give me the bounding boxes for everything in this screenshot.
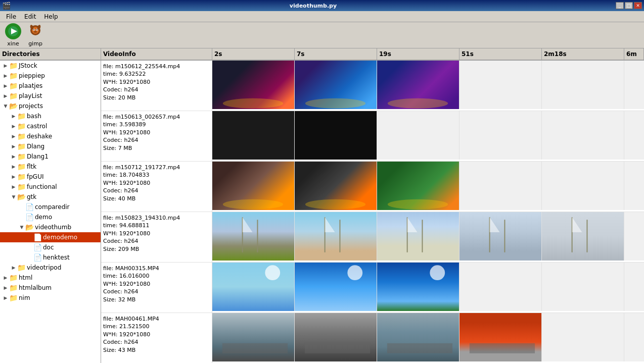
sidebar-item-playlist[interactable]: ▶📁playList [0,91,101,101]
expand-btn-gtk[interactable]: ▼ [10,193,17,200]
window-controls: _ □ ✕ [616,2,642,9]
menu-edit[interactable]: Edit [20,12,40,21]
sidebar-item-bash[interactable]: ▶📁bash [0,111,101,121]
tree-icon-comparedir: 📄 [25,203,34,211]
col-header-51s[interactable]: 51s [459,48,542,60]
expand-btn-nim[interactable]: ▶ [2,294,9,301]
thumb-cell-1-3 [459,111,542,160]
video-row-1[interactable]: file: m150613_002657.mp4time: 3.598389W*… [101,111,644,162]
expand-btn-htmlalbum[interactable]: ▶ [2,284,9,291]
sidebar-item-deshake[interactable]: ▶📁deshake [0,131,101,141]
sidebar-item-plaatjes[interactable]: ▶📁plaatjes [0,81,101,91]
sidebar-item-projects[interactable]: ▼📂projects [0,101,101,111]
thumb-cell-4-4 [542,263,624,311]
expand-btn-pieppiep[interactable]: ▶ [2,72,9,79]
thumb-cell-1-2 [377,111,459,160]
col-header-6m[interactable]: 6m [624,48,644,60]
thumb-cell-3-0 [212,212,295,261]
sidebar-item-dlang[interactable]: ▶📁Dlang [0,141,101,151]
col-header-videoinfo[interactable]: VideoInfo [101,48,212,60]
video-size-5: Size: 43 MB [103,346,210,354]
col-header-7s[interactable]: 7s [295,48,377,60]
expand-btn-html[interactable]: ▶ [2,274,9,281]
thumb-cell-0-1 [295,61,377,109]
thumb-cell-3-4 [542,212,624,261]
video-row-4[interactable]: file: MAH00315.MP4time: 16.016000W*H: 19… [101,263,644,313]
sidebar-item-fltk[interactable]: ▶📁fltk [0,162,101,172]
expand-btn-dlang1[interactable]: ▶ [10,153,17,160]
sidebar-item-html[interactable]: ▶📁html [0,273,101,283]
video-row-2[interactable]: file: m150712_191727.mp4time: 18.704833W… [101,162,644,212]
expand-btn-castrol[interactable]: ▶ [10,123,17,130]
thumb-cell-1-1 [295,111,377,160]
col-header-19s[interactable]: 19s [377,48,459,60]
sidebar-item-doc[interactable]: 📄doc [0,242,101,252]
svg-point-20 [305,199,365,210]
sidebar-item-castrol[interactable]: ▶📁castrol [0,121,101,131]
expand-btn-fltk[interactable]: ▶ [10,163,17,170]
svg-marker-34 [490,217,500,232]
expand-btn-demodemo[interactable] [26,234,33,241]
expand-btn-plaatjes[interactable]: ▶ [2,82,9,89]
expand-btn-playlist[interactable]: ▶ [2,92,9,99]
expand-btn-doc[interactable] [26,244,33,251]
expand-btn-bash[interactable]: ▶ [10,113,17,120]
expand-btn-henktest[interactable] [26,254,33,261]
expand-btn-jstock[interactable]: ▶ [2,62,9,69]
thumb-cell-1-0 [212,111,295,160]
tree-icon-demo: 📄 [25,213,34,221]
menu-file[interactable]: File [2,12,20,21]
video-file-3: file: m150823_194310.mp4 [103,214,210,222]
video-time-4: time: 16.016000 [103,272,210,280]
thumb-cell-4-5 [624,263,644,311]
expand-btn-functional[interactable]: ▶ [10,183,17,190]
tree-label-fpgui: fpGUI [27,173,43,180]
sidebar-item-gtk[interactable]: ▼📂gtk [0,192,101,202]
expand-btn-fpgui[interactable]: ▶ [10,173,17,180]
sidebar-item-demo[interactable]: 📄demo [0,212,101,222]
video-row-0[interactable]: file: m150612_225544.mp4time: 9.632522W*… [101,61,644,111]
col-header-2s[interactable]: 2s [212,48,295,60]
tree-icon-playlist: 📁 [9,92,18,100]
xine-button[interactable]: xine [4,22,22,48]
video-file-2: file: m150712_191727.mp4 [103,164,210,171]
sidebar-item-videotripod[interactable]: ▶📁videotripod [0,263,101,273]
expand-btn-videothumb[interactable]: ▼ [18,224,25,231]
maximize-button[interactable]: □ [625,2,633,9]
video-file-0: file: m150612_225544.mp4 [103,63,210,70]
video-row-5[interactable]: file: MAH00461.MP4time: 21.521500W*H: 19… [101,313,644,363]
tree-icon-jstock: 📁 [9,62,18,70]
gimp-button[interactable]: gimp [26,22,44,48]
sidebar-item-pieppiep[interactable]: ▶📁pieppiep [0,71,101,81]
expand-btn-demo[interactable] [18,214,25,221]
sidebar-item-henktest[interactable]: 📄henktest [0,252,101,263]
col-header-2m18s[interactable]: 2m18s [542,48,624,60]
expand-btn-comparedir[interactable] [18,203,25,211]
sidebar-item-functional[interactable]: ▶📁functional [0,182,101,192]
sidebar-item-nim[interactable]: ▶📁nim [0,293,101,303]
thumb-cell-4-1 [295,263,377,311]
col-header-directories[interactable]: Directories [0,48,101,60]
expand-btn-deshake[interactable]: ▶ [10,133,17,140]
tree-icon-pieppiep: 📁 [9,72,18,80]
video-file-5: file: MAH00461.MP4 [103,315,210,323]
sidebar-item-dlang1[interactable]: ▶📁Dlang1 [0,151,101,162]
expand-btn-videotripod[interactable]: ▶ [10,264,17,271]
sidebar-item-htmlalbum[interactable]: ▶📁htmlalbum [0,283,101,293]
close-button[interactable]: ✕ [634,2,642,9]
sidebar-item-videothumb[interactable]: ▼📂videothumb [0,222,101,232]
expand-btn-dlang[interactable]: ▶ [10,143,17,150]
menu-help[interactable]: Help [40,12,62,21]
thumb-cell-3-5 [624,212,644,261]
sidebar-item-demodemo[interactable]: 📄demodemo [0,232,101,242]
minimize-button[interactable]: _ [616,2,624,9]
sidebar-item-fpgui[interactable]: ▶📁fpGUI [0,172,101,182]
video-row-3[interactable]: file: m150823_194310.mp4time: 94.688811W… [101,212,644,263]
expand-btn-projects[interactable]: ▼ [2,102,9,110]
video-info-5: file: MAH00461.MP4time: 21.521500W*H: 19… [101,313,212,363]
sidebar-item-comparedir[interactable]: 📄comparedir [0,202,101,212]
thumb-cell-5-0 [212,313,295,361]
sidebar-item-jstock[interactable]: ▶📁JStock [0,61,101,71]
window-title: videothumb.py [11,3,616,9]
video-codec-5: Codec: h264 [103,338,210,346]
